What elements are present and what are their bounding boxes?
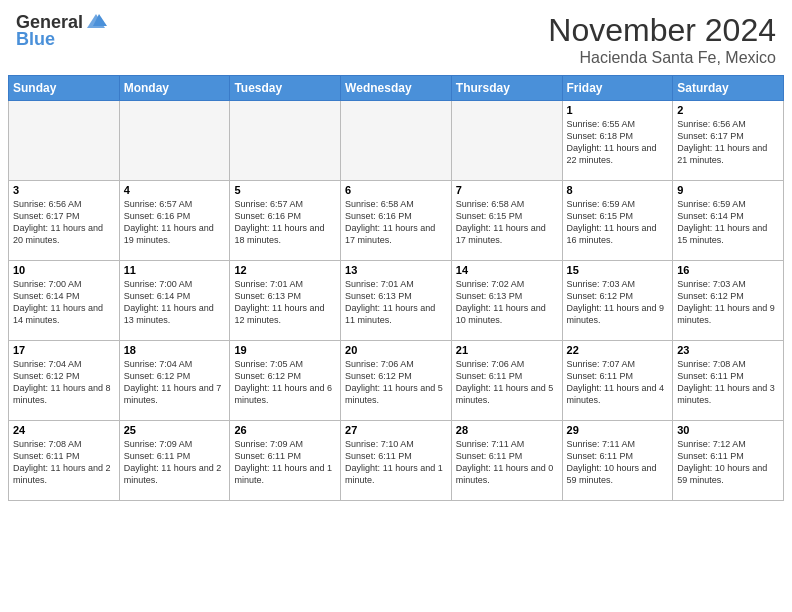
day-info: Sunrise: 7:06 AM Sunset: 6:12 PM Dayligh… bbox=[345, 358, 447, 407]
day-info: Sunrise: 7:04 AM Sunset: 6:12 PM Dayligh… bbox=[124, 358, 226, 407]
day-number: 10 bbox=[13, 264, 115, 276]
day-info: Sunrise: 7:09 AM Sunset: 6:11 PM Dayligh… bbox=[234, 438, 336, 487]
day-info: Sunrise: 7:12 AM Sunset: 6:11 PM Dayligh… bbox=[677, 438, 779, 487]
day-number: 16 bbox=[677, 264, 779, 276]
day-number: 20 bbox=[345, 344, 447, 356]
day-number: 15 bbox=[567, 264, 669, 276]
calendar-day-header: Friday bbox=[562, 76, 673, 101]
day-number: 7 bbox=[456, 184, 558, 196]
day-number: 29 bbox=[567, 424, 669, 436]
logo-icon bbox=[85, 12, 107, 32]
day-info: Sunrise: 7:00 AM Sunset: 6:14 PM Dayligh… bbox=[124, 278, 226, 327]
day-info: Sunrise: 6:57 AM Sunset: 6:16 PM Dayligh… bbox=[234, 198, 336, 247]
calendar-day-header: Monday bbox=[119, 76, 230, 101]
table-row: 19Sunrise: 7:05 AM Sunset: 6:12 PM Dayli… bbox=[230, 341, 341, 421]
table-row: 21Sunrise: 7:06 AM Sunset: 6:11 PM Dayli… bbox=[451, 341, 562, 421]
table-row: 11Sunrise: 7:00 AM Sunset: 6:14 PM Dayli… bbox=[119, 261, 230, 341]
day-info: Sunrise: 7:09 AM Sunset: 6:11 PM Dayligh… bbox=[124, 438, 226, 487]
day-number: 21 bbox=[456, 344, 558, 356]
day-info: Sunrise: 6:58 AM Sunset: 6:15 PM Dayligh… bbox=[456, 198, 558, 247]
calendar-day-header: Saturday bbox=[673, 76, 784, 101]
calendar-week-row: 10Sunrise: 7:00 AM Sunset: 6:14 PM Dayli… bbox=[9, 261, 784, 341]
table-row bbox=[451, 101, 562, 181]
calendar-table: SundayMondayTuesdayWednesdayThursdayFrid… bbox=[8, 75, 784, 501]
table-row: 7Sunrise: 6:58 AM Sunset: 6:15 PM Daylig… bbox=[451, 181, 562, 261]
day-number: 17 bbox=[13, 344, 115, 356]
day-info: Sunrise: 7:07 AM Sunset: 6:11 PM Dayligh… bbox=[567, 358, 669, 407]
table-row: 23Sunrise: 7:08 AM Sunset: 6:11 PM Dayli… bbox=[673, 341, 784, 421]
table-row: 24Sunrise: 7:08 AM Sunset: 6:11 PM Dayli… bbox=[9, 421, 120, 501]
day-number: 2 bbox=[677, 104, 779, 116]
table-row: 16Sunrise: 7:03 AM Sunset: 6:12 PM Dayli… bbox=[673, 261, 784, 341]
table-row bbox=[341, 101, 452, 181]
table-row: 4Sunrise: 6:57 AM Sunset: 6:16 PM Daylig… bbox=[119, 181, 230, 261]
title-block: November 2024 Hacienda Santa Fe, Mexico bbox=[548, 12, 776, 67]
table-row: 29Sunrise: 7:11 AM Sunset: 6:11 PM Dayli… bbox=[562, 421, 673, 501]
day-info: Sunrise: 7:10 AM Sunset: 6:11 PM Dayligh… bbox=[345, 438, 447, 487]
day-number: 30 bbox=[677, 424, 779, 436]
table-row: 28Sunrise: 7:11 AM Sunset: 6:11 PM Dayli… bbox=[451, 421, 562, 501]
day-number: 12 bbox=[234, 264, 336, 276]
day-info: Sunrise: 6:56 AM Sunset: 6:17 PM Dayligh… bbox=[13, 198, 115, 247]
table-row: 12Sunrise: 7:01 AM Sunset: 6:13 PM Dayli… bbox=[230, 261, 341, 341]
table-row bbox=[119, 101, 230, 181]
table-row: 13Sunrise: 7:01 AM Sunset: 6:13 PM Dayli… bbox=[341, 261, 452, 341]
day-number: 8 bbox=[567, 184, 669, 196]
table-row: 2Sunrise: 6:56 AM Sunset: 6:17 PM Daylig… bbox=[673, 101, 784, 181]
table-row: 14Sunrise: 7:02 AM Sunset: 6:13 PM Dayli… bbox=[451, 261, 562, 341]
table-row: 27Sunrise: 7:10 AM Sunset: 6:11 PM Dayli… bbox=[341, 421, 452, 501]
table-row: 5Sunrise: 6:57 AM Sunset: 6:16 PM Daylig… bbox=[230, 181, 341, 261]
day-number: 25 bbox=[124, 424, 226, 436]
day-number: 13 bbox=[345, 264, 447, 276]
calendar-day-header: Wednesday bbox=[341, 76, 452, 101]
day-number: 28 bbox=[456, 424, 558, 436]
day-info: Sunrise: 7:02 AM Sunset: 6:13 PM Dayligh… bbox=[456, 278, 558, 327]
day-number: 6 bbox=[345, 184, 447, 196]
day-number: 11 bbox=[124, 264, 226, 276]
calendar-header-row: SundayMondayTuesdayWednesdayThursdayFrid… bbox=[9, 76, 784, 101]
table-row bbox=[9, 101, 120, 181]
day-info: Sunrise: 7:01 AM Sunset: 6:13 PM Dayligh… bbox=[345, 278, 447, 327]
location-subtitle: Hacienda Santa Fe, Mexico bbox=[548, 49, 776, 67]
day-info: Sunrise: 7:06 AM Sunset: 6:11 PM Dayligh… bbox=[456, 358, 558, 407]
day-info: Sunrise: 7:11 AM Sunset: 6:11 PM Dayligh… bbox=[456, 438, 558, 487]
table-row: 1Sunrise: 6:55 AM Sunset: 6:18 PM Daylig… bbox=[562, 101, 673, 181]
day-info: Sunrise: 6:59 AM Sunset: 6:14 PM Dayligh… bbox=[677, 198, 779, 247]
logo: General Blue bbox=[16, 12, 107, 50]
day-number: 26 bbox=[234, 424, 336, 436]
day-info: Sunrise: 7:11 AM Sunset: 6:11 PM Dayligh… bbox=[567, 438, 669, 487]
day-number: 23 bbox=[677, 344, 779, 356]
day-number: 18 bbox=[124, 344, 226, 356]
day-info: Sunrise: 7:03 AM Sunset: 6:12 PM Dayligh… bbox=[677, 278, 779, 327]
day-info: Sunrise: 7:03 AM Sunset: 6:12 PM Dayligh… bbox=[567, 278, 669, 327]
day-number: 24 bbox=[13, 424, 115, 436]
day-number: 3 bbox=[13, 184, 115, 196]
calendar-day-header: Thursday bbox=[451, 76, 562, 101]
day-info: Sunrise: 7:00 AM Sunset: 6:14 PM Dayligh… bbox=[13, 278, 115, 327]
day-number: 27 bbox=[345, 424, 447, 436]
day-number: 19 bbox=[234, 344, 336, 356]
table-row: 15Sunrise: 7:03 AM Sunset: 6:12 PM Dayli… bbox=[562, 261, 673, 341]
day-info: Sunrise: 6:57 AM Sunset: 6:16 PM Dayligh… bbox=[124, 198, 226, 247]
day-number: 1 bbox=[567, 104, 669, 116]
day-number: 22 bbox=[567, 344, 669, 356]
day-number: 9 bbox=[677, 184, 779, 196]
table-row: 8Sunrise: 6:59 AM Sunset: 6:15 PM Daylig… bbox=[562, 181, 673, 261]
calendar-week-row: 17Sunrise: 7:04 AM Sunset: 6:12 PM Dayli… bbox=[9, 341, 784, 421]
day-info: Sunrise: 6:59 AM Sunset: 6:15 PM Dayligh… bbox=[567, 198, 669, 247]
table-row: 25Sunrise: 7:09 AM Sunset: 6:11 PM Dayli… bbox=[119, 421, 230, 501]
table-row bbox=[230, 101, 341, 181]
day-number: 4 bbox=[124, 184, 226, 196]
table-row: 30Sunrise: 7:12 AM Sunset: 6:11 PM Dayli… bbox=[673, 421, 784, 501]
day-info: Sunrise: 7:05 AM Sunset: 6:12 PM Dayligh… bbox=[234, 358, 336, 407]
day-info: Sunrise: 7:08 AM Sunset: 6:11 PM Dayligh… bbox=[13, 438, 115, 487]
calendar-day-header: Tuesday bbox=[230, 76, 341, 101]
month-year-title: November 2024 bbox=[548, 12, 776, 49]
day-info: Sunrise: 7:01 AM Sunset: 6:13 PM Dayligh… bbox=[234, 278, 336, 327]
table-row: 26Sunrise: 7:09 AM Sunset: 6:11 PM Dayli… bbox=[230, 421, 341, 501]
table-row: 20Sunrise: 7:06 AM Sunset: 6:12 PM Dayli… bbox=[341, 341, 452, 421]
day-info: Sunrise: 7:08 AM Sunset: 6:11 PM Dayligh… bbox=[677, 358, 779, 407]
table-row: 10Sunrise: 7:00 AM Sunset: 6:14 PM Dayli… bbox=[9, 261, 120, 341]
day-number: 5 bbox=[234, 184, 336, 196]
calendar-day-header: Sunday bbox=[9, 76, 120, 101]
